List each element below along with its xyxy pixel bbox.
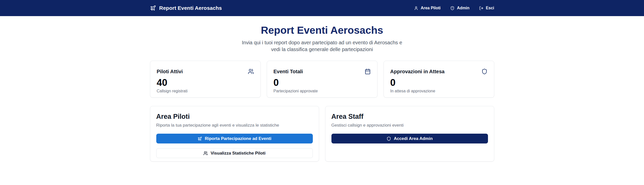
- users-icon: [248, 68, 254, 75]
- panel-title: Area Staff: [331, 113, 488, 121]
- stat-caption: In attesa di approvazione: [390, 89, 487, 93]
- shield-alert-icon: [450, 6, 454, 10]
- accedi-area-admin-button[interactable]: Accedi Area Admin: [331, 134, 488, 143]
- nav-item-label: Area Piloti: [421, 6, 441, 10]
- hero-section: Report Eventi Aerosachs Invia qui i tuoi…: [0, 24, 644, 53]
- user-icon: [414, 6, 418, 10]
- visualizza-statistiche-button[interactable]: Visualizza Statistiche Piloti: [156, 148, 313, 158]
- stats-row: Piloti Attivi 40 Callsign registrati Eve…: [150, 61, 494, 98]
- stat-value: 40: [157, 78, 254, 88]
- panels-row: Area Piloti Riporta la tua partecipazion…: [150, 106, 494, 162]
- stat-card-eventi-totali: Eventi Totali 0 Partecipazioni approvate: [267, 61, 377, 98]
- stat-title: Eventi Totali: [274, 69, 303, 75]
- nav-item-esci[interactable]: Esci: [479, 6, 494, 10]
- page-subtitle-line2: vedi la classifica generale delle partec…: [271, 47, 373, 52]
- stat-caption: Callsign registrati: [157, 89, 254, 93]
- riporta-partecipazione-button[interactable]: Riporta Partecipazione ad Eventi: [156, 134, 313, 143]
- panel-area-staff: Area Staff Gestisci callsign e approvazi…: [325, 106, 494, 162]
- stat-card-approvazioni-in-attesa: Approvazioni in Attesa 0 In attesa di ap…: [384, 61, 494, 98]
- stat-caption: Partecipazioni approvate: [274, 89, 371, 93]
- stat-card-piloti-attivi: Piloti Attivi 40 Callsign registrati: [150, 61, 261, 98]
- button-label: Riporta Partecipazione ad Eventi: [205, 136, 272, 141]
- log-out-icon: [479, 6, 483, 10]
- top-navbar: Report Eventi Aerosachs Area Piloti Admi…: [0, 0, 644, 16]
- panel-subtitle: Riporta la tua partecipazione agli event…: [156, 123, 313, 128]
- nav-item-label: Admin: [457, 6, 470, 10]
- panel-area-piloti: Area Piloti Riporta la tua partecipazion…: [150, 106, 319, 162]
- nav-item-area-piloti[interactable]: Area Piloti: [414, 6, 441, 10]
- main-content: Report Eventi Aerosachs Invia qui i tuoi…: [0, 24, 644, 162]
- users-icon: [203, 151, 208, 156]
- page-title: Report Eventi Aerosachs: [0, 24, 644, 36]
- nav-item-label: Esci: [486, 6, 494, 10]
- page-subtitle-line1: Invia qui i tuoi report dopo aver partec…: [242, 40, 402, 45]
- stat-value: 0: [274, 78, 371, 88]
- brand-title: Report Eventi Aerosachs: [159, 5, 222, 11]
- panel-title: Area Piloti: [156, 113, 313, 121]
- calendar-icon: [365, 68, 371, 75]
- nav-menu: Area Piloti Admin Esci: [414, 6, 494, 10]
- brand[interactable]: Report Eventi Aerosachs: [150, 5, 222, 11]
- stat-value: 0: [390, 78, 487, 88]
- shield-icon: [387, 136, 391, 141]
- stat-title: Approvazioni in Attesa: [390, 69, 445, 75]
- button-label: Visualizza Statistiche Piloti: [211, 151, 266, 156]
- nav-item-admin[interactable]: Admin: [450, 6, 470, 10]
- page-subtitle: Invia qui i tuoi report dopo aver partec…: [0, 39, 644, 53]
- plane-icon: [198, 136, 202, 141]
- plane-icon: [150, 5, 156, 11]
- stat-title: Piloti Attivi: [157, 69, 183, 75]
- panel-subtitle: Gestisci callsign e approvazioni eventi: [331, 123, 488, 128]
- shield-icon: [481, 68, 487, 75]
- button-label: Accedi Area Admin: [394, 136, 433, 141]
